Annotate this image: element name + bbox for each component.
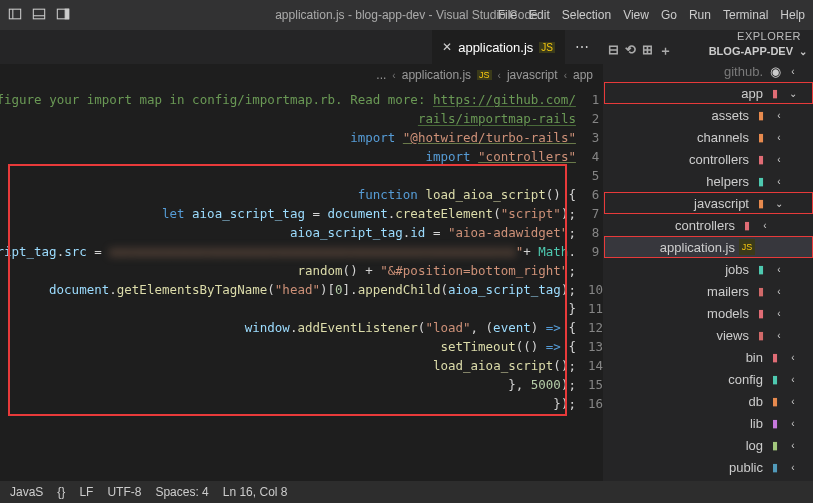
chevron-icon: › <box>773 110 785 121</box>
tree-item-controllers[interactable]: ›▮controllers <box>604 214 813 236</box>
folder-icon: ▮ <box>753 173 769 189</box>
project-header[interactable]: ⌄ BLOG-APP-DEV ＋ ⊞ ⟲ ⊟ <box>604 42 813 60</box>
breadcrumbs[interactable]: app› javascript› JS application.js› ... <box>0 64 603 86</box>
menu-view[interactable]: View <box>623 8 649 22</box>
tree-item-assets[interactable]: ›▮assets <box>604 104 813 126</box>
title-bar: File Edit Selection View Go Run Terminal… <box>0 0 813 30</box>
tree-item-label: helpers <box>706 174 749 189</box>
tree-item--github[interactable]: ›◉.github <box>604 60 813 82</box>
chevron-icon: › <box>773 286 785 297</box>
file-tree: ›◉.github⌄▮app›▮assets›▮channels›▮contro… <box>604 60 813 481</box>
tree-item-label: db <box>749 394 763 409</box>
tree-item-label: javascript <box>694 196 749 211</box>
tab-overflow-icon[interactable]: ⋯ <box>565 39 599 55</box>
javascript-file-icon: JS <box>739 239 755 255</box>
tree-item-javascript[interactable]: ⌄▮javascript <box>604 192 813 214</box>
chevron-icon: › <box>759 220 771 231</box>
chevron-icon: › <box>787 352 799 363</box>
menu-terminal[interactable]: Terminal <box>723 8 768 22</box>
collapse-all-icon[interactable]: ⊟ <box>608 42 619 60</box>
menu-bar: File Edit Selection View Go Run Terminal… <box>498 8 805 22</box>
tree-item-application-js[interactable]: JSapplication.js <box>604 236 813 258</box>
explorer-header: EXPLORER <box>604 30 813 42</box>
folder-icon: ▮ <box>753 151 769 167</box>
tree-item-controllers[interactable]: ›▮controllers <box>604 148 813 170</box>
svg-rect-5 <box>65 9 69 19</box>
svg-rect-2 <box>33 9 44 19</box>
tab-label: application.js <box>458 40 533 55</box>
chevron-icon: › <box>773 154 785 165</box>
chevron-icon: › <box>773 264 785 275</box>
tree-item-spec[interactable]: ›▮spec <box>604 478 813 481</box>
tree-item-config[interactable]: ›▮config <box>604 368 813 390</box>
tree-item-label: controllers <box>689 152 749 167</box>
tree-item-models[interactable]: ›▮models <box>604 302 813 324</box>
chevron-icon: › <box>787 66 799 77</box>
tree-item-label: jobs <box>725 262 749 277</box>
tree-item-jobs[interactable]: ›▮jobs <box>604 258 813 280</box>
status-spaces[interactable]: Spaces: 4 <box>155 485 208 499</box>
folder-icon: ▮ <box>753 305 769 321</box>
chevron-icon: › <box>787 374 799 385</box>
tree-item-label: config <box>728 372 763 387</box>
layout-panel-left-icon[interactable] <box>8 7 22 24</box>
github-icon: ◉ <box>767 63 783 79</box>
layout-panel-right-icon[interactable] <box>56 7 70 24</box>
menu-help[interactable]: Help <box>780 8 805 22</box>
menu-go[interactable]: Go <box>661 8 677 22</box>
tree-item-label: bin <box>746 350 763 365</box>
tree-item-label: .github <box>724 64 763 79</box>
javascript-file-icon: JS <box>539 42 555 53</box>
tree-item-lib[interactable]: ›▮lib <box>604 412 813 434</box>
tree-item-app[interactable]: ⌄▮app <box>604 82 813 104</box>
line-gutter: 12345678910111213141516 <box>588 90 603 481</box>
new-file-icon[interactable]: ＋ <box>659 42 672 60</box>
tree-item-public[interactable]: ›▮public <box>604 456 813 478</box>
folder-icon: ▮ <box>753 195 769 211</box>
tree-item-log[interactable]: ›▮log <box>604 434 813 456</box>
chevron-icon: › <box>773 132 785 143</box>
explorer-sidebar: EXPLORER ⌄ BLOG-APP-DEV ＋ ⊞ ⟲ ⊟ ›◉.githu… <box>603 30 813 481</box>
status-eol[interactable]: LF <box>79 485 93 499</box>
status-lang[interactable]: JavaS <box>10 485 43 499</box>
new-folder-icon[interactable]: ⊞ <box>642 42 653 60</box>
layout-panel-bottom-icon[interactable] <box>32 7 46 24</box>
tree-item-views[interactable]: ›▮views <box>604 324 813 346</box>
folder-icon: ▮ <box>767 349 783 365</box>
status-bar: JavaS {} LF UTF-8 Spaces: 4 Ln 16, Col 8 <box>0 481 813 503</box>
chevron-icon: ⌄ <box>787 88 799 99</box>
close-icon[interactable]: ✕ <box>442 40 452 54</box>
tree-item-label: mailers <box>707 284 749 299</box>
chevron-icon: › <box>773 308 785 319</box>
folder-icon: ▮ <box>753 129 769 145</box>
chevron-icon: › <box>787 462 799 473</box>
tree-item-mailers[interactable]: ›▮mailers <box>604 280 813 302</box>
folder-icon: ▮ <box>739 217 755 233</box>
tree-item-db[interactable]: ›▮db <box>604 390 813 412</box>
menu-selection[interactable]: Selection <box>562 8 611 22</box>
tree-item-label: views <box>716 328 749 343</box>
tree-item-label: assets <box>711 108 749 123</box>
tree-item-channels[interactable]: ›▮channels <box>604 126 813 148</box>
tree-item-helpers[interactable]: ›▮helpers <box>604 170 813 192</box>
refresh-icon[interactable]: ⟲ <box>625 42 636 60</box>
tree-item-label: app <box>741 86 763 101</box>
tab-bar: ⋯ JS application.js ✕ <box>0 30 603 64</box>
status-cursor[interactable]: Ln 16, Col 8 <box>223 485 288 499</box>
folder-icon: ▮ <box>767 437 783 453</box>
tree-item-label: public <box>729 460 763 475</box>
tree-item-label: models <box>707 306 749 321</box>
folder-icon: ▮ <box>767 415 783 431</box>
folder-icon: ▮ <box>753 327 769 343</box>
menu-run[interactable]: Run <box>689 8 711 22</box>
chevron-icon: ⌄ <box>773 198 785 209</box>
editor-area: ⋯ JS application.js ✕ app› javascript› J… <box>0 30 603 481</box>
svg-rect-0 <box>9 9 20 19</box>
status-encoding[interactable]: UTF-8 <box>107 485 141 499</box>
tab-application-js[interactable]: JS application.js ✕ <box>432 30 565 64</box>
project-title: BLOG-APP-DEV <box>676 45 793 57</box>
status-brackets[interactable]: {} <box>57 485 65 499</box>
code-editor[interactable]: 12345678910111213141516 // Configure you… <box>0 86 603 481</box>
tree-item-bin[interactable]: ›▮bin <box>604 346 813 368</box>
tree-item-label: channels <box>697 130 749 145</box>
